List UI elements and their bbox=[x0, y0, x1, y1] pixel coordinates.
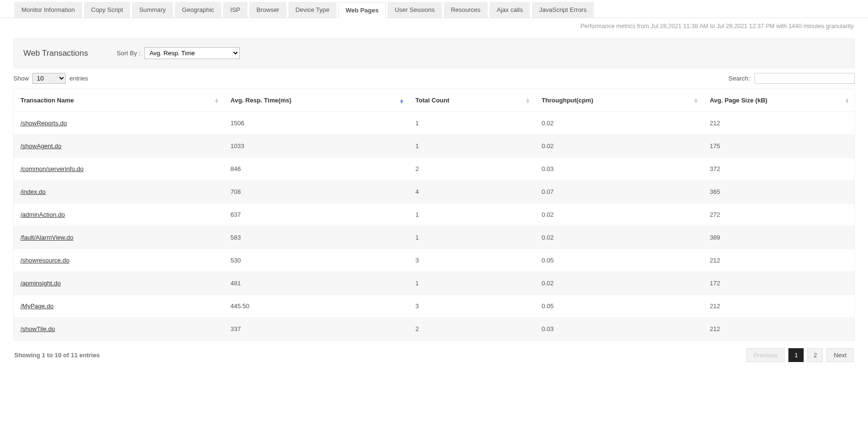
col-page-size[interactable]: Avg. Page Size (kB) ▲▼ bbox=[703, 89, 855, 112]
transaction-link[interactable]: /index.do bbox=[20, 188, 46, 195]
cell-throughput: 0.03 bbox=[535, 158, 703, 181]
cell-throughput: 0.02 bbox=[535, 112, 703, 135]
table-row: /showTile.do33720.03212 bbox=[14, 318, 855, 341]
tab-browser[interactable]: Browser bbox=[249, 2, 286, 18]
search-label: Search: bbox=[729, 75, 750, 82]
cell-count: 1 bbox=[409, 203, 535, 226]
col-throughput[interactable]: Throughput(cpm) ▲▼ bbox=[535, 89, 703, 112]
sort-icon: ▲▼ bbox=[845, 98, 849, 103]
cell-resp: 637 bbox=[224, 203, 409, 226]
tab-device-type[interactable]: Device Type bbox=[288, 2, 337, 18]
cell-resp: 530 bbox=[224, 249, 409, 272]
cell-size: 172 bbox=[703, 272, 855, 295]
transaction-link[interactable]: /showReports.do bbox=[20, 120, 67, 127]
search-input[interactable] bbox=[755, 73, 855, 84]
cell-size: 175 bbox=[703, 135, 855, 158]
tab-javascript-errors[interactable]: JavaScript Errors bbox=[532, 2, 594, 18]
cell-count: 3 bbox=[409, 295, 535, 318]
cell-resp: 481 bbox=[224, 272, 409, 295]
cell-count: 2 bbox=[409, 158, 535, 181]
cell-throughput: 0.02 bbox=[535, 272, 703, 295]
cell-resp: 846 bbox=[224, 158, 409, 181]
sort-icon: ▲▼ bbox=[399, 98, 404, 103]
page-1[interactable]: 1 bbox=[788, 348, 804, 362]
cell-size: 372 bbox=[703, 158, 855, 181]
cell-count: 1 bbox=[409, 135, 535, 158]
prev-button[interactable]: Previous bbox=[746, 348, 785, 362]
metrics-timestamp: Performance metrics from Jul 28,2021 11:… bbox=[0, 18, 868, 38]
tab-user-sessions[interactable]: User Sessions bbox=[388, 2, 442, 18]
tab-resources[interactable]: Resources bbox=[444, 2, 488, 18]
transaction-link[interactable]: /common/serverinfo.do bbox=[20, 165, 83, 172]
table-row: /index.do70840.07365 bbox=[14, 181, 855, 203]
cell-resp: 337 bbox=[224, 318, 409, 341]
table-row: /apminsight.do48110.02172 bbox=[14, 272, 855, 295]
sort-icon: ▲▼ bbox=[694, 98, 698, 103]
cell-resp: 1033 bbox=[224, 135, 409, 158]
cell-throughput: 0.02 bbox=[535, 226, 703, 249]
cell-size: 212 bbox=[703, 249, 855, 272]
cell-size: 212 bbox=[703, 318, 855, 341]
table-controls: Show 10 entries Search: bbox=[13, 68, 855, 89]
transaction-link[interactable]: /adminAction.do bbox=[20, 211, 65, 218]
content-area: Web Transactions Sort By : Avg. Resp. Ti… bbox=[0, 38, 868, 373]
panel-title: Web Transactions bbox=[23, 49, 88, 58]
cell-size: 365 bbox=[703, 181, 855, 203]
col-transaction-name[interactable]: Transaction Name ▲▼ bbox=[14, 89, 224, 112]
cell-throughput: 0.02 bbox=[535, 135, 703, 158]
cell-count: 1 bbox=[409, 112, 535, 135]
search-control: Search: bbox=[729, 73, 855, 84]
tab-monitor-information[interactable]: Monitor Information bbox=[14, 2, 82, 18]
cell-resp: 708 bbox=[224, 181, 409, 203]
tab-ajax-calls[interactable]: Ajax calls bbox=[490, 2, 530, 18]
transactions-table: Transaction Name ▲▼ Avg. Resp. Time(ms) … bbox=[13, 89, 855, 341]
tab-summary[interactable]: Summary bbox=[132, 2, 173, 18]
sort-icon: ▲▼ bbox=[525, 98, 530, 103]
table-row: /showReports.do150610.02212 bbox=[14, 112, 855, 135]
col-total-count[interactable]: Total Count ▲▼ bbox=[409, 89, 535, 112]
sort-by-label: Sort By : bbox=[117, 50, 141, 57]
cell-count: 1 bbox=[409, 226, 535, 249]
table-footer: Showing 1 to 10 of 11 entries Previous 1… bbox=[13, 341, 855, 364]
table-row: /adminAction.do63710.02272 bbox=[14, 203, 855, 226]
transaction-link[interactable]: /MyPage.do bbox=[20, 302, 53, 310]
tabs-bar: Monitor InformationCopy ScriptSummaryGeo… bbox=[0, 0, 868, 18]
entries-label: entries bbox=[70, 75, 88, 82]
transaction-link[interactable]: /showresource.do bbox=[20, 257, 70, 264]
cell-size: 272 bbox=[703, 203, 855, 226]
cell-size: 212 bbox=[703, 112, 855, 135]
cell-size: 212 bbox=[703, 295, 855, 318]
cell-throughput: 0.05 bbox=[535, 295, 703, 318]
cell-throughput: 0.03 bbox=[535, 318, 703, 341]
table-row: /fault/AlarmView.do58310.02389 bbox=[14, 226, 855, 249]
sort-by-select[interactable]: Avg. Resp. Time bbox=[144, 47, 240, 59]
pagination: Previous 12 Next bbox=[746, 348, 854, 362]
table-row: /showresource.do53030.05212 bbox=[14, 249, 855, 272]
transaction-link[interactable]: /fault/AlarmView.do bbox=[20, 234, 73, 241]
cell-throughput: 0.05 bbox=[535, 249, 703, 272]
tab-copy-script[interactable]: Copy Script bbox=[84, 2, 130, 18]
tab-web-pages[interactable]: Web Pages bbox=[338, 2, 386, 18]
cell-resp: 583 bbox=[224, 226, 409, 249]
show-label: Show bbox=[13, 75, 29, 82]
sort-icon: ▲▼ bbox=[214, 98, 219, 103]
table-row: /common/serverinfo.do84620.03372 bbox=[14, 158, 855, 181]
transaction-link[interactable]: /showAgent.do bbox=[20, 142, 61, 150]
transaction-link[interactable]: /apminsight.do bbox=[20, 280, 61, 287]
panel-header: Web Transactions Sort By : Avg. Resp. Ti… bbox=[13, 38, 855, 68]
tab-geographic[interactable]: Geographic bbox=[175, 2, 221, 18]
col-avg-resp-time[interactable]: Avg. Resp. Time(ms) ▲▼ bbox=[224, 89, 409, 112]
table-row: /showAgent.do103310.02175 bbox=[14, 135, 855, 158]
tab-isp[interactable]: ISP bbox=[223, 2, 247, 18]
entries-control: Show 10 entries bbox=[13, 73, 88, 84]
entries-select[interactable]: 10 bbox=[32, 73, 66, 84]
page-2[interactable]: 2 bbox=[807, 348, 823, 362]
table-row: /MyPage.do445.5030.05212 bbox=[14, 295, 855, 318]
cell-throughput: 0.07 bbox=[535, 181, 703, 203]
cell-size: 389 bbox=[703, 226, 855, 249]
cell-count: 1 bbox=[409, 272, 535, 295]
next-button[interactable]: Next bbox=[827, 348, 854, 362]
cell-throughput: 0.02 bbox=[535, 203, 703, 226]
cell-count: 2 bbox=[409, 318, 535, 341]
transaction-link[interactable]: /showTile.do bbox=[20, 325, 55, 332]
